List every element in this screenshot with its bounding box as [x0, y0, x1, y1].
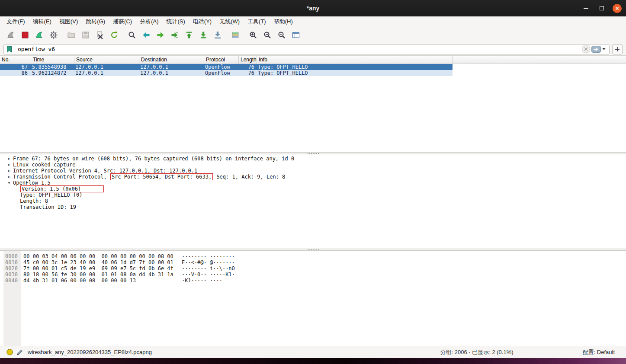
start-capture-button[interactable]	[3, 29, 18, 42]
gear-icon	[49, 31, 58, 39]
menu-edit[interactable]: 编辑(E)	[29, 16, 55, 27]
hex-bytes[interactable]: 7f 00 00 01 c5 de 19 e9 69 09 e7 5c fd 0…	[23, 265, 182, 271]
hex-bytes[interactable]: 00 00 03 04 00 06 00 00 00 00 00 00 00 0…	[23, 253, 182, 259]
expander-expanded-icon[interactable]	[5, 180, 13, 186]
detail-openflow-type[interactable]: Type: OFPT_HELLO (0)	[0, 192, 626, 198]
packet-row[interactable]: 86 5.962124872 127.0.0.1 127.0.0.1 OpenF…	[0, 70, 453, 76]
menu-help[interactable]: 帮助(H)	[270, 16, 297, 27]
detail-ipv4[interactable]: Internet Protocol Version 4, Src: 127.0.…	[0, 168, 626, 174]
zoom-in-icon	[249, 31, 257, 39]
capture-comment-button[interactable]	[15, 349, 25, 356]
expert-info-button[interactable]	[4, 348, 15, 356]
column-header-destination[interactable]: Destination	[139, 56, 204, 64]
zoom-out-icon	[263, 31, 272, 39]
hex-offset: 0020	[5, 265, 23, 271]
hex-bytes[interactable]: 45 c0 00 3c 1e 23 40 00 40 06 1d d7 7f 0…	[23, 259, 182, 265]
colorize-packets-button[interactable]	[228, 29, 242, 42]
hex-ascii[interactable]: ········ ········	[182, 253, 235, 259]
column-header-no[interactable]: No.	[0, 56, 31, 64]
column-header-length[interactable]: Length	[239, 56, 257, 64]
menu-view[interactable]: 视图(V)	[55, 16, 82, 27]
go-last-packet-button[interactable]	[196, 29, 210, 42]
colorize-icon	[231, 31, 240, 39]
stop-capture-button[interactable]	[18, 29, 32, 42]
hex-row[interactable]: 0030 80 18 00 56 fe 30 00 00 01 01 08 0a…	[0, 271, 626, 278]
filter-add-button[interactable]	[612, 44, 623, 54]
detail-openflow-length[interactable]: Length: 8	[0, 198, 626, 204]
hex-ascii[interactable]: ···V·0·· ·····K1·	[182, 271, 235, 278]
column-header-protocol[interactable]: Protocol	[204, 56, 239, 64]
minimize-button[interactable]	[581, 3, 591, 13]
save-file-button[interactable]	[78, 29, 93, 42]
hex-ascii[interactable]: ········ i··\··nO	[182, 265, 235, 271]
menu-file[interactable]: 文件(F)	[3, 16, 29, 27]
detail-linux-cooked[interactable]: Linux cooked capture	[0, 162, 626, 168]
expander-collapsed-icon[interactable]	[5, 174, 13, 180]
filter-clear-button[interactable]	[581, 45, 591, 53]
expander-collapsed-icon[interactable]	[5, 168, 13, 174]
filter-apply-button[interactable]	[591, 46, 601, 53]
hex-row[interactable]: 0040 d4 4b 31 01 06 00 00 08 00 00 00 13…	[0, 278, 626, 284]
packet-list: 67 5.835548938 127.0.0.1 127.0.0.1 OpenF…	[0, 64, 626, 152]
resize-columns-button[interactable]	[289, 29, 303, 42]
filter-bookmark-button[interactable]	[4, 45, 15, 54]
annotation-box-version: Version: 1.5 (0x06)	[20, 185, 104, 192]
expander-collapsed-icon[interactable]	[5, 162, 13, 168]
go-to-packet-button[interactable]	[167, 29, 182, 42]
arrow-up-bar-icon	[185, 31, 193, 39]
hex-ascii[interactable]: ·K1····· ····	[182, 278, 222, 284]
cell-time: 5.962124872	[31, 70, 74, 76]
cell-length: 76	[239, 64, 257, 70]
restart-capture-button[interactable]	[32, 29, 46, 42]
column-header-source[interactable]: Source	[74, 56, 139, 64]
detail-openflow-xid[interactable]: Transaction ID: 19	[0, 204, 626, 210]
column-header-info[interactable]: Info	[257, 56, 453, 64]
detail-openflow[interactable]: OpenFlow 1.5	[0, 180, 626, 186]
menu-telephony[interactable]: 电话(Y)	[189, 16, 215, 27]
find-packet-button[interactable]	[125, 29, 139, 42]
hex-ascii[interactable]: E··<·#@· @·······	[182, 259, 235, 265]
close-icon	[615, 6, 619, 10]
hex-row[interactable]: 0020 7f 00 00 01 c5 de 19 e9 69 09 e7 5c…	[0, 265, 626, 271]
display-filter-field[interactable]	[3, 44, 610, 54]
go-back-button[interactable]	[139, 29, 153, 42]
close-file-button[interactable]	[93, 29, 107, 42]
save-icon	[81, 31, 90, 39]
zoom-in-button[interactable]	[246, 29, 260, 42]
menu-statistics[interactable]: 统计(S)	[162, 16, 189, 27]
cell-protocol: OpenFlow	[204, 70, 239, 76]
auto-scroll-button[interactable]	[210, 29, 225, 42]
cell-destination: 127.0.0.1	[139, 70, 204, 76]
packet-bytes-pane: 0000 00 00 03 04 00 06 00 00 00 00 00 00…	[0, 251, 626, 346]
hex-bytes[interactable]: d4 4b 31 01 06 00 00 08 00 00 00 13	[23, 278, 182, 284]
capture-options-button[interactable]	[46, 29, 61, 42]
search-icon	[128, 31, 136, 39]
go-forward-button[interactable]	[153, 29, 167, 42]
hex-bytes[interactable]: 80 18 00 56 fe 30 00 00 01 01 08 0a d4 4…	[23, 271, 182, 278]
menu-analyze[interactable]: 分析(A)	[136, 16, 162, 27]
open-file-button[interactable]	[64, 29, 78, 42]
menu-tools[interactable]: 工具(T)	[244, 16, 270, 27]
filter-dropdown-caret[interactable]	[602, 48, 606, 50]
maximize-button[interactable]	[597, 3, 607, 13]
close-button[interactable]	[613, 4, 622, 13]
reload-file-button[interactable]	[107, 29, 121, 42]
detail-openflow-version[interactable]: Version: 1.5 (0x06)	[0, 186, 626, 192]
detail-tcp[interactable]: Transmission Control Protocol, Src Port:…	[0, 174, 626, 180]
column-header-time[interactable]: Time	[31, 56, 74, 64]
packet-row[interactable]: 67 5.835548938 127.0.0.1 127.0.0.1 OpenF…	[0, 64, 453, 70]
expander-collapsed-icon[interactable]	[5, 156, 13, 162]
zoom-original-button[interactable]	[274, 29, 289, 42]
menu-wireless[interactable]: 无线(W)	[215, 16, 244, 27]
menu-go[interactable]: 跳转(G)	[82, 16, 109, 27]
packet-stats: 分组: 2006 · 已显示: 2 (0.1%)	[440, 348, 514, 356]
zoom-out-button[interactable]	[260, 29, 274, 42]
detail-frame[interactable]: Frame 67: 76 bytes on wire (608 bits), 7…	[0, 156, 626, 162]
go-first-packet-button[interactable]	[182, 29, 196, 42]
profile-selector[interactable]: 配置: Default	[583, 348, 615, 356]
menu-capture[interactable]: 捕获(C)	[109, 16, 136, 27]
filter-input[interactable]	[15, 46, 581, 52]
hex-row[interactable]: 0010 45 c0 00 3c 1e 23 40 00 40 06 1d d7…	[0, 259, 626, 265]
hex-row[interactable]: 0000 00 00 03 04 00 06 00 00 00 00 00 00…	[0, 253, 626, 259]
clear-filter-icon	[582, 45, 590, 53]
